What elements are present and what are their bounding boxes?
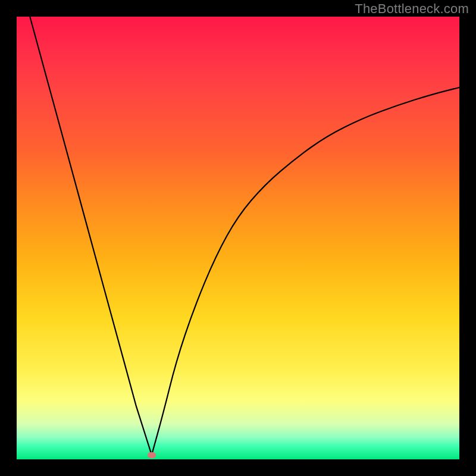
curve-path [30,17,459,455]
watermark-text: TheBottleneck.com [355,1,469,17]
min-marker [148,452,156,458]
bottleneck-curve [17,17,459,459]
plot-area [17,17,459,459]
chart-frame: TheBottleneck.com [0,0,476,476]
